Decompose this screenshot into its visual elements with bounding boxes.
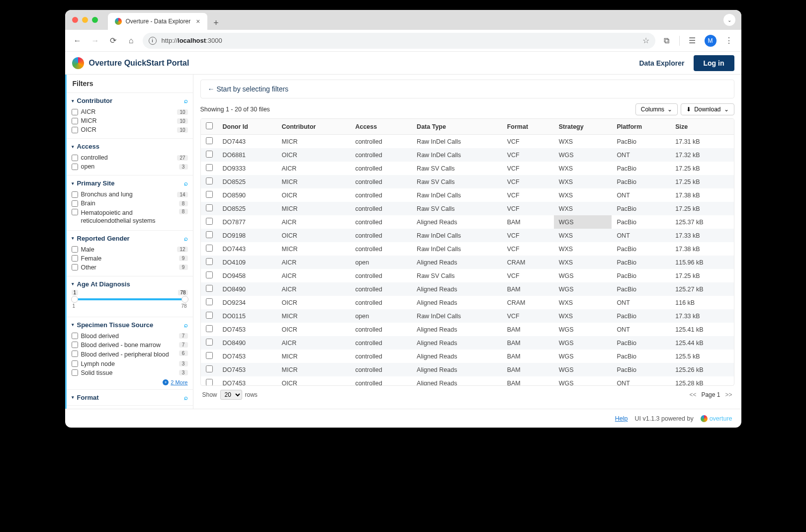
row-checkbox[interactable] xyxy=(206,298,213,305)
bookmark-icon[interactable]: ☆ xyxy=(642,36,649,45)
table-row[interactable]: DO8525MICRcontrolledRaw SV CallsVCFWXSPa… xyxy=(201,175,734,188)
column-header[interactable]: Data Type xyxy=(412,119,502,135)
column-header[interactable]: Format xyxy=(502,119,554,135)
back-button[interactable]: ← xyxy=(71,34,84,47)
table-row[interactable]: DO6881OICRcontrolledRaw InDel CallsVCFWG… xyxy=(201,148,734,162)
prev-page-button[interactable]: << xyxy=(689,391,696,398)
search-icon[interactable]: ⌕ xyxy=(184,321,188,329)
filter-checkbox[interactable] xyxy=(72,264,78,270)
row-checkbox[interactable] xyxy=(206,352,213,359)
filter-checkbox[interactable] xyxy=(72,369,78,376)
column-header[interactable]: Platform xyxy=(612,119,670,135)
table-row[interactable]: DO7453OICRcontrolledAligned ReadsBAMWGSO… xyxy=(201,323,734,336)
reload-button[interactable]: ⟳ xyxy=(107,34,120,47)
overture-logo[interactable]: overture xyxy=(701,415,732,422)
search-icon[interactable]: ⌕ xyxy=(184,97,188,104)
row-checkbox[interactable] xyxy=(206,151,213,158)
filter-checkbox[interactable] xyxy=(72,255,78,262)
filter-section-header[interactable]: ▾Contributor⌕ xyxy=(72,97,188,104)
filter-option[interactable]: controlled27 xyxy=(72,153,188,162)
column-header[interactable]: Size xyxy=(670,119,733,135)
table-row[interactable]: DO9198OICRcontrolledRaw InDel CallsVCFWX… xyxy=(201,229,734,242)
row-checkbox[interactable] xyxy=(206,312,213,319)
filter-section-header[interactable]: ▾Access xyxy=(72,143,188,150)
search-icon[interactable]: ⌕ xyxy=(184,179,188,187)
maximize-window-icon[interactable] xyxy=(92,17,98,23)
filter-checkbox[interactable] xyxy=(72,127,78,133)
filter-checkbox[interactable] xyxy=(72,200,78,207)
close-window-icon[interactable] xyxy=(72,17,78,23)
forward-button[interactable]: → xyxy=(89,34,102,47)
page-size-select[interactable]: 20 xyxy=(220,390,242,400)
filter-checkbox[interactable] xyxy=(72,164,78,170)
filter-option[interactable]: Brain8 xyxy=(72,199,188,208)
filter-checkbox[interactable] xyxy=(72,155,78,161)
table-row[interactable]: DO0115MICRopenRaw InDel CallsVCFWXSPacBi… xyxy=(201,309,734,323)
row-checkbox[interactable] xyxy=(206,231,213,238)
filter-option[interactable]: MICR10 xyxy=(72,116,188,125)
filter-section-header[interactable]: ▾Specimen Tissue Source⌕ xyxy=(72,321,188,329)
download-button[interactable]: ⬇ Download ⌄ xyxy=(681,103,734,115)
filter-option[interactable]: Solid tissue3 xyxy=(72,368,188,377)
column-header[interactable]: Strategy xyxy=(554,119,612,135)
column-header[interactable]: Donor Id xyxy=(218,119,277,135)
row-checkbox[interactable] xyxy=(206,271,213,278)
filter-checkbox[interactable] xyxy=(72,333,78,339)
table-row[interactable]: DO7443MICRcontrolledRaw InDel CallsVCFWX… xyxy=(201,242,734,256)
filter-checkbox[interactable] xyxy=(72,209,78,215)
filter-section-header[interactable]: ▾Format⌕ xyxy=(72,394,188,401)
table-row[interactable]: DO9333AICRcontrolledRaw SV CallsVCFWXSPa… xyxy=(201,162,734,175)
filter-option[interactable]: Blood derived - peripheral blood6 xyxy=(72,350,188,359)
filter-option[interactable]: Blood derived - bone marrow7 xyxy=(72,341,188,350)
next-page-button[interactable]: >> xyxy=(725,391,732,398)
filter-option[interactable]: Lymph node3 xyxy=(72,359,188,368)
row-checkbox[interactable] xyxy=(206,204,213,211)
row-checkbox[interactable] xyxy=(206,325,213,332)
filter-option[interactable]: open3 xyxy=(72,162,188,171)
columns-button[interactable]: Columns ⌄ xyxy=(635,103,678,115)
help-link[interactable]: Help xyxy=(615,415,628,422)
table-row[interactable]: DO7877AICRcontrolledAligned ReadsBAMWGSP… xyxy=(201,215,734,229)
row-checkbox[interactable] xyxy=(206,177,213,184)
browser-menu-icon[interactable]: ⋮ xyxy=(722,34,735,47)
more-link[interactable]: 2 More xyxy=(72,379,188,385)
select-all-checkbox[interactable] xyxy=(206,122,213,129)
table-row[interactable]: DO8490AICRcontrolledAligned ReadsBAMWGSP… xyxy=(201,336,734,350)
table-row[interactable]: DO8590OICRcontrolledRaw InDel CallsVCFWX… xyxy=(201,188,734,202)
filter-option[interactable]: Female9 xyxy=(72,254,188,263)
filter-section-header[interactable]: ▾Primary Site⌕ xyxy=(72,179,188,187)
filter-checkbox[interactable] xyxy=(72,118,78,124)
column-header[interactable]: Access xyxy=(350,119,412,135)
filter-checkbox[interactable] xyxy=(72,342,78,348)
row-checkbox[interactable] xyxy=(206,379,213,386)
address-bar[interactable]: i http://localhost:3000 ☆ xyxy=(143,33,655,49)
row-checkbox[interactable] xyxy=(206,137,213,144)
site-info-icon[interactable]: i xyxy=(149,37,157,45)
table-row[interactable]: DO7443MICRcontrolledRaw InDel CallsVCFWX… xyxy=(201,135,734,149)
browser-tab[interactable]: Overture - Data Explorer × xyxy=(108,13,207,30)
table-row[interactable]: DO9234OICRcontrolledAligned ReadsCRAMWXS… xyxy=(201,296,734,309)
table-row[interactable]: DO7453MICRcontrolledAligned ReadsBAMWGSP… xyxy=(201,350,734,363)
filter-option[interactable]: AICR10 xyxy=(72,107,188,116)
home-button[interactable]: ⌂ xyxy=(125,34,138,47)
filter-option[interactable]: Bronchus and lung14 xyxy=(72,190,188,199)
row-checkbox[interactable] xyxy=(206,245,213,252)
filter-checkbox[interactable] xyxy=(72,360,78,367)
row-checkbox[interactable] xyxy=(206,164,213,171)
filter-option[interactable]: Other9 xyxy=(72,263,188,272)
row-checkbox[interactable] xyxy=(206,218,213,225)
search-icon[interactable]: ⌕ xyxy=(184,394,188,401)
row-checkbox[interactable] xyxy=(206,365,213,372)
slider-handle-max[interactable] xyxy=(181,296,188,303)
row-checkbox[interactable] xyxy=(206,258,213,265)
filter-option[interactable]: Hematopoietic and reticuloendothelial sy… xyxy=(72,208,188,226)
table-row[interactable]: DO7453MICRcontrolledAligned ReadsBAMWGSP… xyxy=(201,363,734,376)
minimize-window-icon[interactable] xyxy=(82,17,88,23)
filter-section-header[interactable]: ▾Reported Gender⌕ xyxy=(72,235,188,242)
close-tab-icon[interactable]: × xyxy=(196,17,200,25)
slider-handle-min[interactable] xyxy=(71,296,78,303)
age-slider[interactable] xyxy=(74,298,186,300)
search-icon[interactable]: ⌕ xyxy=(184,235,188,242)
filter-checkbox[interactable] xyxy=(72,109,78,115)
filter-checkbox[interactable] xyxy=(72,191,78,198)
